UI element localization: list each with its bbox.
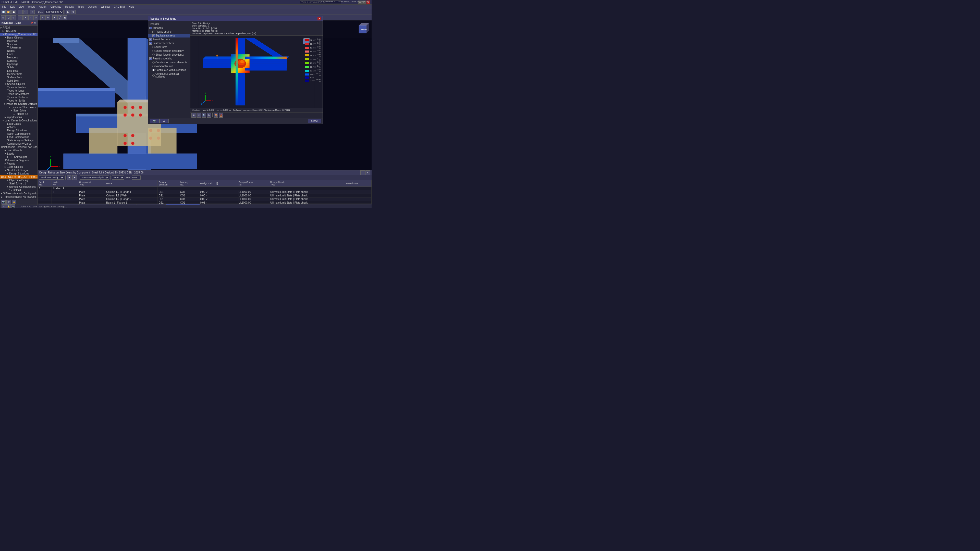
menu-item-file[interactable]: File [1,5,7,8]
nav-tree-item[interactable]: ▼Types for Special Objects [0,102,38,106]
status-camera-btn[interactable]: 📷 [11,204,15,208]
menu-item-calculate[interactable]: Calculate [49,5,62,8]
dialog-export-btn[interactable]: 📤 [219,113,223,118]
bottom-next-btn[interactable]: ▶ [72,175,77,180]
nav-tree-item[interactable]: 1 - Nodes : 2 [0,112,38,116]
surfaces-section[interactable]: ✓ Surfaces [148,26,190,30]
nav-tree-item[interactable]: Surfaces [0,59,38,62]
nav-tree-item[interactable]: ▼Steel Joint Design [0,168,38,172]
axial-force-item[interactable]: Axial force [148,45,190,49]
nav-tree-item[interactable]: DS1 - ULS (STR/GEO) - Perm... [0,175,38,179]
nav-tree-item[interactable]: ▼Types for Steel Joints [0,106,38,109]
continuous-surfaces-item[interactable]: Continuous within surfaces [148,68,190,72]
nav-tree-item[interactable]: Combination Wizards [0,142,38,145]
new-button[interactable]: 📄 [1,10,6,14]
nav-tree-item[interactable]: Types for Nodes [0,86,38,89]
nav-tree-item[interactable]: LC1 - Self-weight [0,156,38,159]
fastener-members-section[interactable]: ✓ Fastener Members [148,41,190,45]
dialog-color-btn[interactable]: 🎨 [213,113,218,118]
nav-tree-item[interactable]: ▶Imperfections [0,116,38,119]
menu-item-options[interactable]: Options [87,5,97,8]
nav-tree-item[interactable]: Action Combinations [0,132,38,135]
select-btn[interactable]: ↖ [40,15,45,20]
nav-tree-item[interactable]: Openings [0,62,38,66]
save-button[interactable]: 💾 [11,10,16,14]
non-continuous-item[interactable]: Non-continuous [148,64,190,68]
nav-tree-item[interactable]: ▼Stiffness Analysis Configurations [0,192,38,195]
equiv-stress-checkbox[interactable]: ✓ [152,35,155,37]
menu-item-tools[interactable]: Tools [77,5,85,8]
nav-tree-item[interactable]: Static Analysis Settings [0,139,38,142]
continuous-all-radio[interactable] [152,74,155,76]
bottom-minimize-btn[interactable]: ─ [360,170,365,175]
nav-tree-item[interactable]: Member Sets [0,73,38,76]
nav-tree-item[interactable]: Steel Joints : 1 [0,182,38,185]
nav-tree-item[interactable]: Load Combinations [0,135,38,139]
open-button[interactable]: 📂 [6,10,11,14]
menu-item-assign[interactable]: Assign [38,5,48,8]
max-input[interactable] [132,176,141,179]
nav-tree-item[interactable]: ▶Load Wizards [0,149,38,152]
continuous-surfaces-radio[interactable] [152,69,155,71]
move-btn[interactable]: ✛ [45,15,50,20]
rotate-btn[interactable]: ↻ [18,15,23,20]
table-row[interactable]: PlateColumn 1.2 | WebDS1CO10.00 ✓UL1000.… [38,194,372,197]
nav-tree-item[interactable]: Line Sets [0,69,38,73]
result-sections-checkbox[interactable]: ✓ [149,38,152,41]
dialog-close-button[interactable]: ✕ [318,17,321,21]
redo-button[interactable]: ↪ [23,10,28,14]
nav-tree-item[interactable]: Materials [0,39,38,43]
plastic-strains-item[interactable]: Plastic strains [148,30,190,34]
continuous-all-item[interactable]: Continuous within all surfaces [148,72,190,79]
line-btn[interactable]: ╱ [57,15,62,20]
nav-tree-item[interactable]: Types for Lines [0,89,38,92]
menu-item-help[interactable]: Help [128,5,135,8]
nav-tree-item[interactable]: ▼Loads [0,152,38,156]
surface-btn[interactable]: ▣ [62,15,67,20]
node-btn[interactable]: • [52,15,57,20]
nav-tree-item[interactable]: ▼Design Situations [0,172,38,175]
table-row[interactable]: 2PlateColumn 1.2 | Flange 1DS1CO10.00 ✓U… [38,190,372,194]
nav-tree-item[interactable]: Nodes [0,49,38,52]
dialog-icon-btn-2[interactable]: 🖨 [159,119,169,123]
table-row[interactable]: PlateBeam 1 | Flange 1DS1CO10.03 ✓UL1000… [38,201,372,204]
nav-tree-item[interactable]: Thicknesses [0,46,38,49]
constant-mesh-item[interactable]: Constant on mesh elements [148,60,190,64]
nav-tree-item[interactable]: ▼Craneway_Connection.rf6* [0,33,38,36]
menu-item-insert[interactable]: Insert [27,5,36,8]
non-continuous-radio[interactable] [152,65,155,67]
nav-tree-item[interactable]: 1 - Default [0,189,38,192]
nav-tree-item[interactable]: Members [0,56,38,59]
nav-eye-btn[interactable]: 👁 [6,200,11,204]
bottom-prev-btn[interactable]: ◀ [67,175,72,180]
nav-tree-item[interactable]: ▼Basic Objects [0,36,38,39]
nav-cube[interactable]: FRONT [356,23,369,36]
status-view-btn[interactable]: 👁 [2,204,6,208]
nav-tree-item[interactable]: Surface Sets [0,76,38,79]
fastener-members-checkbox[interactable]: ✓ [149,42,152,44]
nav-tree-item[interactable]: Calculation Diagrams [0,159,38,162]
module-select[interactable]: Steel Joint Design [39,176,64,179]
dialog-titlebar[interactable]: Results in Steel Joint ✕ [148,16,323,21]
menu-item-results[interactable]: Results [64,5,75,8]
table-row[interactable]: PlateColumn 1.2 | Flange 2DS1CO10.00 ✓UL… [38,197,372,201]
view-btn-2[interactable]: ◻ [6,15,11,20]
run-calc-button[interactable]: ▶ [66,10,70,14]
zoom-all-btn[interactable]: ⊙ [33,15,38,20]
nav-tree-item[interactable]: Types for Solids [0,99,38,102]
table-row[interactable]: 1Nodes : 2 [38,187,372,190]
nav-tree-item[interactable]: ▶Guide Objects [0,165,38,168]
undo-button[interactable]: ↩ [18,10,23,14]
nav-tree-item[interactable]: ▼Special Objects [0,83,38,86]
dialog-rotate-btn[interactable]: ↻ [207,113,211,118]
constant-mesh-radio[interactable] [152,61,155,64]
bottom-close-btn[interactable]: ✕ [366,170,370,175]
equiv-stress-item[interactable]: ✓ Equivalent stress [148,34,190,38]
nav-lock-btn[interactable]: 🔒 [12,200,16,204]
nav-tree-item[interactable]: ▼Load Cases & Combinations [0,119,38,122]
load-case-select[interactable]: Self-weight [44,10,64,14]
nav-tree-item[interactable]: 1 - Initial stiffness | No Interacti... [0,195,38,198]
result-sections-item[interactable]: ✓ Result Sections [148,38,190,41]
print-button[interactable]: 🖨 [30,10,35,14]
nav-tree-item[interactable]: ▶Results [0,162,38,165]
